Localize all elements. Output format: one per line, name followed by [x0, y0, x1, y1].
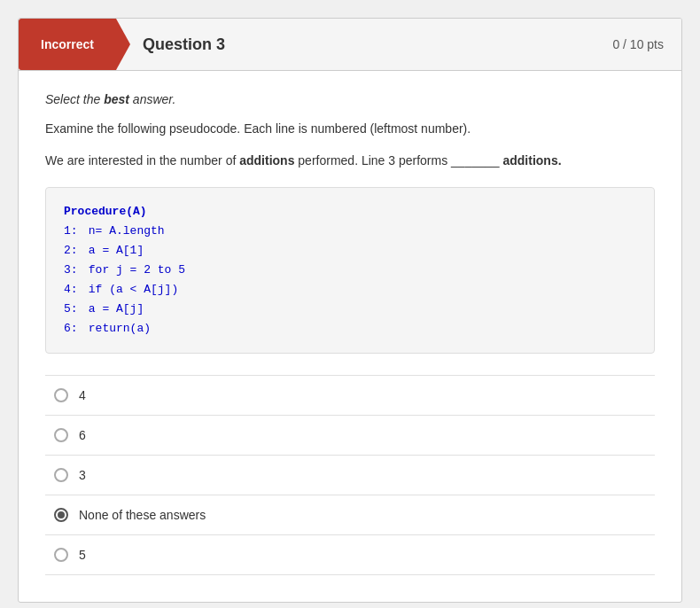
code-line-2: 2: a = A[1] [64, 241, 636, 261]
code-line-5: 5: a = A[j] [64, 300, 636, 319]
line-num-6: 6: [64, 319, 82, 339]
line-num-1: 1: [64, 222, 82, 241]
line-code-1: n= A.length [82, 224, 165, 238]
code-block: Procedure(A) 1: n= A.length 2: a = A[1] … [45, 187, 655, 355]
question-end: additions. [502, 153, 561, 168]
line-code-5: a = A[j] [82, 302, 144, 316]
radio-none [54, 508, 68, 522]
incorrect-label: Incorrect [41, 37, 94, 51]
incorrect-badge: Incorrect [19, 19, 116, 70]
question-header: Incorrect Question 3 0 / 10 pts [19, 19, 681, 71]
radio-4 [54, 388, 68, 402]
radio-inner-none [58, 511, 65, 518]
line-code-4: if (a < A[j]) [82, 283, 178, 296]
option-label-3: 3 [79, 468, 86, 482]
question-card: Incorrect Question 3 0 / 10 pts Select t… [18, 18, 682, 603]
line-num-2: 2: [64, 241, 82, 261]
question-prefix: We are interested in the number of [45, 153, 239, 168]
question-keyword: additions [239, 153, 294, 168]
answer-options: 4 6 3 None of these answers [45, 375, 655, 575]
line-code-2: a = A[1] [82, 244, 144, 257]
question-suffix: performed. Line 3 performs _______ [294, 153, 502, 168]
code-line-6: 6: return(a) [64, 319, 636, 339]
description-text: Examine the following pseudocode. Each l… [45, 119, 655, 138]
option-label-5: 5 [79, 548, 86, 562]
radio-5 [54, 548, 68, 562]
radio-3 [54, 468, 68, 482]
question-body: Select the best answer. Examine the foll… [19, 71, 681, 602]
question-title: Question 3 [143, 35, 612, 54]
option-label-6: 6 [79, 428, 86, 442]
option-5[interactable]: 5 [45, 535, 655, 575]
line-num-3: 3: [64, 261, 82, 280]
option-3[interactable]: 3 [45, 456, 655, 495]
question-text: We are interested in the number of addit… [45, 151, 655, 170]
line-num-4: 4: [64, 280, 82, 300]
line-num-5: 5: [64, 300, 82, 319]
line-code-3: for j = 2 to 5 [82, 263, 185, 277]
radio-6 [54, 428, 68, 442]
option-label-none: None of these answers [79, 508, 206, 522]
option-none[interactable]: None of these answers [45, 495, 655, 535]
line-code-6: return(a) [82, 322, 151, 335]
code-line-4: 4: if (a < A[j]) [64, 280, 636, 300]
instruction-text: Select the best answer. [45, 92, 655, 106]
code-line-3: 3: for j = 2 to 5 [64, 261, 636, 280]
option-6[interactable]: 6 [45, 416, 655, 456]
code-line-1: 1: n= A.length [64, 222, 636, 241]
option-4[interactable]: 4 [45, 375, 655, 416]
instruction-rest: answer. [133, 92, 176, 106]
question-points: 0 / 10 pts [612, 37, 664, 51]
instruction-bold: best [104, 92, 129, 106]
code-header: Procedure(A) [64, 205, 147, 218]
option-label-4: 4 [79, 388, 86, 402]
